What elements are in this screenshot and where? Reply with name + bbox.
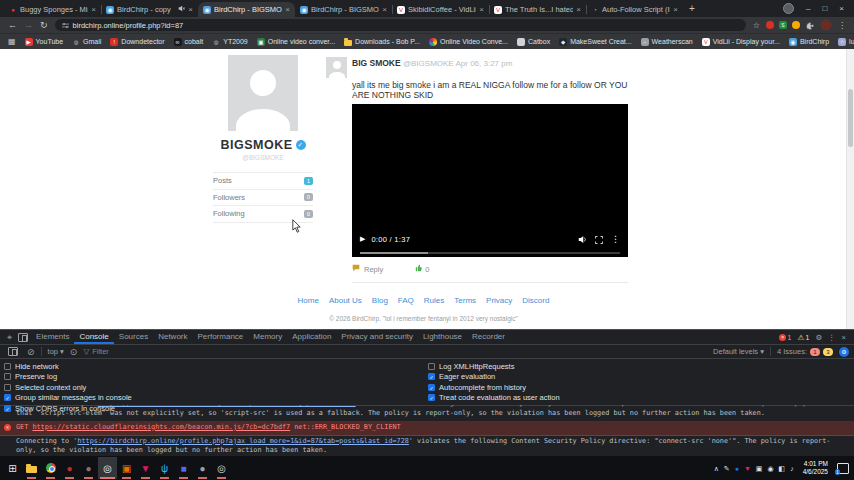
console-url-link[interactable]: https://static.cloudflareinsights.com/be… bbox=[32, 423, 290, 431]
browser-tab[interactable]: ●Buggy Sponges - Minecraft Ep× bbox=[4, 2, 101, 17]
devtools-tab-memory[interactable]: Memory bbox=[248, 330, 287, 344]
tab-close-icon[interactable]: × bbox=[576, 5, 581, 14]
console-setting[interactable]: Preserve log bbox=[4, 372, 132, 383]
taskbar-app-app-brown-icon[interactable]: ● bbox=[79, 457, 98, 479]
tray-hidden-icons-chevron[interactable]: ∧ bbox=[714, 465, 719, 472]
browser-tab[interactable]: ◔Auto-Follow Script (IDs 0-100× bbox=[586, 2, 683, 17]
taskbar-app-active-browser-icon[interactable]: ◎ bbox=[98, 457, 117, 479]
taskbar-app-app-red-icon[interactable]: ● bbox=[60, 457, 79, 479]
post-avatar[interactable] bbox=[326, 57, 347, 78]
devtools-tab-lighthouse[interactable]: Lighthouse bbox=[418, 330, 467, 344]
footer-link[interactable]: FAQ bbox=[398, 296, 414, 305]
context-selector[interactable]: top ▾ bbox=[48, 347, 64, 356]
devtools-tab-application[interactable]: Application bbox=[287, 330, 336, 344]
devtools-tab-privacy-and-security[interactable]: Privacy and security bbox=[336, 330, 418, 344]
devtools-tab-performance[interactable]: Performance bbox=[193, 330, 249, 344]
browser-tab[interactable]: VThe Truth Is...I hated Easter...× bbox=[489, 2, 586, 17]
bookmark-item[interactable]: !Downdetector bbox=[110, 38, 164, 46]
bookmark-item[interactable]: Online Video Conve... bbox=[429, 38, 508, 46]
tray-sound-icon[interactable]: ♪ bbox=[790, 465, 794, 472]
bookmark-item[interactable]: ◆MakeSweet Creat... bbox=[559, 38, 631, 46]
tray-funnel-icon[interactable]: ▼ bbox=[744, 465, 751, 472]
devtools-close-icon[interactable]: × bbox=[842, 333, 846, 342]
console-sidebar-icon[interactable] bbox=[8, 347, 18, 356]
console-setting[interactable]: Log XMLHttpRequests bbox=[428, 361, 560, 372]
live-expression-icon[interactable]: ⊙ bbox=[70, 347, 78, 357]
inspect-element-icon[interactable]: ⌖ bbox=[7, 332, 12, 343]
new-tab-button[interactable]: + bbox=[689, 3, 695, 14]
fullscreen-icon[interactable] bbox=[595, 230, 603, 248]
bookmark-item[interactable]: VVidLii - Display your... bbox=[702, 38, 780, 46]
devtools-tab-sources[interactable]: Sources bbox=[114, 330, 153, 344]
browser-tab[interactable]: VSkibidiCoffee - VidLii× bbox=[392, 2, 489, 17]
devtools-tab-recorder[interactable]: Recorder bbox=[467, 330, 510, 344]
taskbar-app-app-funnel-icon[interactable]: ▼ bbox=[136, 457, 155, 479]
reply-icon[interactable] bbox=[352, 264, 360, 274]
browser-tab[interactable]: ◉BirdChirp - BIGSMOKE× bbox=[295, 2, 392, 17]
tab-close-icon[interactable]: × bbox=[479, 5, 484, 14]
tray-blue-app-icon[interactable]: ● bbox=[735, 465, 739, 472]
extensions-puzzle-icon[interactable] bbox=[806, 16, 814, 34]
tray-network-icon[interactable]: ◧ bbox=[779, 465, 786, 472]
window-close-button[interactable]: × bbox=[839, 4, 844, 13]
devtools-menu-icon[interactable]: ⋮ bbox=[828, 333, 836, 342]
setting-checkbox[interactable] bbox=[4, 373, 11, 380]
maximize-button[interactable]: □ bbox=[822, 4, 827, 13]
tab-close-icon[interactable]: × bbox=[673, 5, 678, 14]
footer-link[interactable]: Blog bbox=[372, 296, 388, 305]
bookmark-item[interactable]: ▣Online video conver... bbox=[257, 38, 335, 46]
taskbar-app-chrome-icon[interactable] bbox=[41, 457, 60, 479]
console-settings-icon[interactable]: ⚙ bbox=[839, 347, 849, 357]
footer-link[interactable]: About Us bbox=[329, 296, 362, 305]
console-setting[interactable]: ✓Eager evaluation bbox=[428, 372, 560, 383]
browser-menu-icon[interactable]: ⋮ bbox=[838, 21, 846, 30]
red-extension-icon[interactable] bbox=[766, 21, 774, 29]
browser-profile-avatar[interactable] bbox=[820, 19, 832, 31]
taskbar-app-app-blue-icon[interactable]: ■ bbox=[174, 457, 193, 479]
taskbar-app-app-orange-icon[interactable]: ▣ bbox=[117, 457, 136, 479]
devtools-tab-console[interactable]: Console bbox=[74, 330, 113, 344]
footer-link[interactable]: Rules bbox=[424, 296, 444, 305]
bookmark-item[interactable]: ☆lucky star bbox=[838, 38, 854, 46]
console-url-link[interactable]: https://birdchirp.online/profile.php?aja… bbox=[77, 437, 408, 445]
devtools-tab-elements[interactable]: Elements bbox=[31, 330, 74, 344]
console-source-link[interactable]: profile.php?id=87:372 bbox=[762, 405, 848, 409]
scrollbar-thumb[interactable] bbox=[848, 89, 853, 147]
taskbar-app-app-trident-icon[interactable]: ψ bbox=[155, 457, 174, 479]
bookmark-item[interactable]: Downloads - Bob P... bbox=[344, 38, 420, 46]
video-progress-bar[interactable] bbox=[360, 252, 620, 254]
clear-console-icon[interactable]: ⊘ bbox=[27, 347, 35, 357]
setting-checkbox[interactable]: ✓ bbox=[428, 384, 435, 391]
bookmark-item[interactable]: Catbox bbox=[517, 38, 550, 46]
bookmark-star-icon[interactable]: ☆ bbox=[753, 21, 760, 30]
tab-audio-muted-icon[interactable] bbox=[178, 5, 185, 14]
console-setting[interactable]: Hide network bbox=[4, 361, 132, 372]
post-author[interactable]: BIG SMOKE bbox=[352, 58, 401, 68]
footer-link[interactable]: Terms bbox=[454, 296, 476, 305]
taskbar-app-start-icon[interactable]: ⊞ bbox=[3, 457, 22, 479]
taskbar-app-file-explorer-icon[interactable] bbox=[22, 457, 41, 479]
tray-window-icon[interactable]: ▣ bbox=[756, 465, 763, 472]
console-url-link[interactable]: https://static.cloudflareinsights.com/be… bbox=[98, 405, 356, 407]
tray-pen-icon[interactable]: ✎ bbox=[724, 465, 730, 472]
setting-checkbox[interactable] bbox=[4, 363, 11, 370]
orange-extension-icon[interactable] bbox=[792, 21, 800, 29]
titlebar-avatar[interactable] bbox=[783, 3, 794, 14]
bookmark-item[interactable]: ◍YT2009 bbox=[212, 38, 248, 46]
issues-button[interactable]: 4 Issues: 1 3 bbox=[777, 347, 833, 356]
devtools-settings-icon[interactable]: ⚙ bbox=[815, 333, 822, 342]
reply-label[interactable]: Reply bbox=[364, 265, 383, 274]
video-menu-icon[interactable]: ⋮ bbox=[611, 235, 620, 244]
setting-checkbox[interactable]: ✓ bbox=[428, 373, 435, 380]
notification-center-icon[interactable]: 1 bbox=[837, 463, 849, 474]
footer-link[interactable]: Home bbox=[298, 296, 319, 305]
console-warning-count[interactable]: ⚠1 bbox=[797, 333, 809, 342]
minimize-button[interactable]: – bbox=[806, 4, 810, 13]
bookmark-item[interactable]: −Weatherscan bbox=[641, 38, 693, 46]
address-bar[interactable]: birdchirp.online/profile.php?id=87 bbox=[55, 19, 746, 31]
bookmark-item[interactable]: ◍Gmail bbox=[72, 38, 101, 46]
device-toolbar-icon[interactable] bbox=[18, 333, 28, 342]
log-levels-dropdown[interactable]: Default levels ▾ bbox=[713, 347, 764, 356]
setting-checkbox[interactable]: ✓ bbox=[428, 394, 435, 401]
console-error-count[interactable]: ×1 bbox=[779, 333, 791, 342]
